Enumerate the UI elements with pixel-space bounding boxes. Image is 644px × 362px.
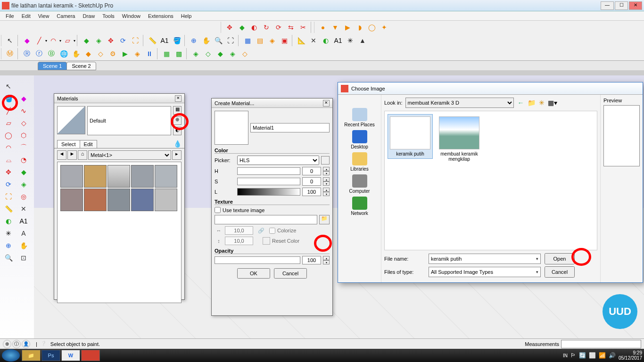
line2-icon[interactable]: ╱ <box>1 105 16 117</box>
taskbar-photoshop[interactable]: Ps <box>41 350 60 361</box>
place-libraries[interactable]: Libraries <box>341 151 378 173</box>
cancel-file-button[interactable]: Cancel <box>545 266 575 278</box>
axes2-icon[interactable]: ✳ <box>1 227 16 239</box>
3dtext-icon[interactable]: ✳ <box>345 35 356 46</box>
status-user-icon[interactable]: 👤 <box>22 340 30 348</box>
arc1-icon[interactable]: ◠ <box>1 141 16 154</box>
protractor-icon[interactable]: ✕ <box>308 35 319 46</box>
use-texture-checkbox[interactable] <box>215 207 221 213</box>
orbit2-icon[interactable]: ⊕ <box>1 239 16 252</box>
eraser-icon[interactable]: ◆ <box>21 35 33 46</box>
component-icon[interactable]: ▦ <box>242 35 253 46</box>
move-icon[interactable]: ✥ <box>224 22 235 33</box>
offset-icon[interactable]: ◎ <box>17 190 31 203</box>
materials-panel[interactable]: Materials ✕ ▦ ⊕ ◐ Select Edit 💧 ◄ ► ⌂ Me… <box>54 93 185 300</box>
h-slider[interactable] <box>237 167 300 175</box>
create-ok-button[interactable]: OK <box>237 268 270 279</box>
menu-extensions[interactable]: Extensions <box>144 12 177 20</box>
pushpull-icon[interactable]: ◆ <box>81 35 92 46</box>
follow2-icon[interactable]: ◈ <box>17 178 31 190</box>
zoom-icon[interactable]: 🔍 <box>213 35 224 46</box>
face4-icon[interactable]: ◈ <box>227 48 238 59</box>
move2-icon[interactable]: ✥ <box>1 166 16 178</box>
up-nav-icon[interactable]: 📁 <box>528 99 536 107</box>
default-material-button[interactable]: ◐ <box>173 127 182 135</box>
pause-icon[interactable]: ⏸ <box>144 48 155 59</box>
pie-icon[interactable]: ◔ <box>17 154 31 166</box>
picker-swatch-icon[interactable] <box>321 156 330 165</box>
create-material-close-button[interactable]: ✕ <box>323 100 330 107</box>
newfolder-icon[interactable]: ✳ <box>539 99 545 107</box>
paint-tool-icon[interactable]: 🪣 <box>1 92 16 105</box>
m-badge-icon[interactable]: Ⓜ <box>4 48 16 59</box>
mat-fwd-button[interactable]: ► <box>67 150 77 160</box>
tray-action-icon[interactable]: ⬜ <box>589 352 596 359</box>
material-library-combo[interactable]: Metal<1> <box>88 150 171 160</box>
scale2-icon[interactable]: ⛶ <box>1 190 16 203</box>
tape3-icon[interactable]: 📏 <box>1 203 16 215</box>
r-badge-icon[interactable]: Ⓡ <box>21 48 33 59</box>
arc2-icon[interactable]: ⌒ <box>17 141 31 154</box>
rt-badge-icon[interactable]: ⓡ <box>33 48 45 59</box>
material-thumb[interactable] <box>60 189 83 211</box>
rotrect-icon[interactable]: ◇ <box>17 117 31 129</box>
taskbar-explorer[interactable]: 📁 <box>22 350 41 361</box>
paint-bucket-icon[interactable]: 🪣 <box>171 35 182 46</box>
hand-icon[interactable]: ✋ <box>70 48 82 59</box>
new-material-name-input[interactable] <box>250 123 330 132</box>
tool-a-icon[interactable]: ✂ <box>297 22 309 33</box>
pan2-icon[interactable]: ✋ <box>17 239 31 252</box>
s-slider[interactable] <box>237 178 300 185</box>
s-input[interactable] <box>302 177 321 186</box>
opacity-slider[interactable] <box>215 256 300 264</box>
materials-select-tab[interactable]: Select <box>57 140 80 148</box>
open-button[interactable]: Open <box>545 253 575 264</box>
mat-home-button[interactable]: ⌂ <box>78 150 87 160</box>
toolbar-grip[interactable] <box>221 22 223 33</box>
br-badge-icon[interactable]: Ⓑ <box>46 48 57 59</box>
rotate-cw-icon[interactable]: ⟳ <box>273 22 284 33</box>
prism-icon[interactable]: ▶ <box>342 22 353 33</box>
circle-icon[interactable]: ◯ <box>1 129 16 141</box>
view-mode-icon[interactable]: ▦▾ <box>548 99 557 107</box>
outliner-icon[interactable]: ▤ <box>254 35 265 46</box>
material-thumb[interactable] <box>84 165 107 188</box>
tray-sync-icon[interactable]: 🔄 <box>579 352 586 359</box>
3dtext2-icon[interactable]: A <box>17 227 31 239</box>
maximize-button[interactable]: ☐ <box>615 1 628 10</box>
materials-edit-tab[interactable]: Edit <box>80 140 97 148</box>
grid2-icon[interactable]: ▩ <box>173 48 184 59</box>
start-button[interactable] <box>2 349 20 362</box>
followme-icon[interactable]: ◈ <box>93 35 104 46</box>
tool4-icon[interactable]: ◈ <box>132 48 143 59</box>
status-geolocation-icon[interactable]: ⊕ <box>3 340 11 348</box>
create-material-panel[interactable]: Create Material... ✕ Color Picker: HLS H… <box>211 98 333 316</box>
texture-width-input[interactable] <box>225 226 253 235</box>
materials-panel-titlebar[interactable]: Materials ✕ <box>54 94 184 103</box>
tape-icon[interactable]: 📏 <box>147 35 158 46</box>
opacity-input[interactable] <box>302 256 321 264</box>
place-recent[interactable]: Recent Places <box>341 107 378 128</box>
minimize-button[interactable]: — <box>601 1 614 10</box>
arc3-icon[interactable]: ⌓ <box>1 154 16 166</box>
orbit-icon[interactable]: ⊕ <box>188 35 199 46</box>
choose-image-titlebar[interactable]: Choose Image <box>338 82 643 95</box>
rotate2-icon[interactable]: ⟳ <box>1 178 16 190</box>
display-swatch-button[interactable]: ▦ <box>173 106 182 115</box>
l-spinner[interactable]: ▴▾ <box>323 188 330 196</box>
material-thumb[interactable] <box>107 165 130 188</box>
materials-close-button[interactable]: ✕ <box>175 95 182 102</box>
menu-draw[interactable]: Draw <box>79 12 99 20</box>
material-name-input[interactable] <box>87 106 171 135</box>
current-material-swatch[interactable] <box>57 106 85 134</box>
material-thumb[interactable] <box>155 189 177 211</box>
system-clock[interactable]: 9:29 05/12/2017 <box>619 350 642 361</box>
taskbar-sketchup[interactable] <box>81 350 100 361</box>
tool2-icon[interactable]: ◇ <box>95 48 106 59</box>
menu-camera[interactable]: Camera <box>53 12 79 20</box>
create-material-titlebar[interactable]: Create Material... ✕ <box>212 99 332 108</box>
filetype-combo[interactable]: All Supported Image Types <box>429 267 541 277</box>
face2-icon[interactable]: ◇ <box>202 48 214 59</box>
l-input[interactable] <box>302 188 321 196</box>
scale-icon[interactable]: ⛶ <box>130 35 141 46</box>
